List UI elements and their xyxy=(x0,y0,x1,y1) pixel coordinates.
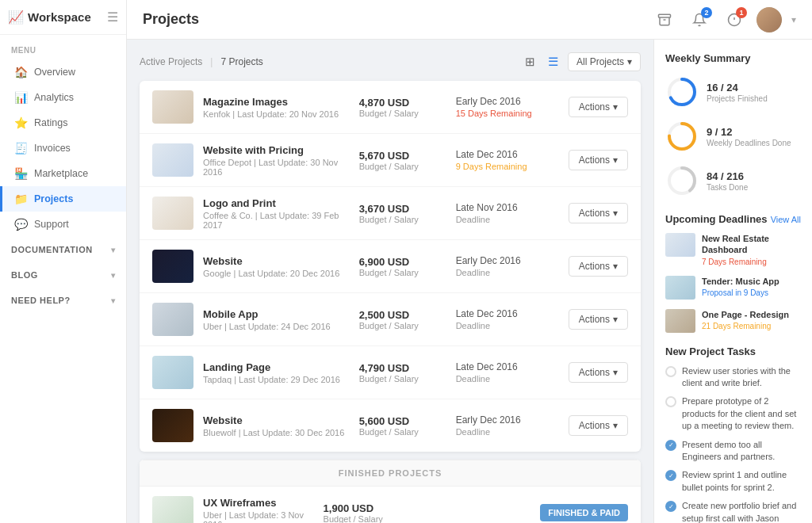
actions-label: Actions xyxy=(579,101,610,113)
support-icon: 💬 xyxy=(13,218,28,231)
sidebar-label-ratings: Ratings xyxy=(34,117,67,128)
deadline-thumbnail xyxy=(665,276,695,300)
task-item: ✓ Create new portfolio brief and setup f… xyxy=(665,500,801,523)
project-count: 7 Projects xyxy=(220,56,262,67)
user-avatar[interactable] xyxy=(756,7,782,32)
weekly-label: Tasks Done xyxy=(707,183,748,192)
project-deadline: Late Dec 2016 9 Days Remaining xyxy=(456,149,559,171)
project-row: Landing Page Tapdaq | Last Update: 29 De… xyxy=(140,346,641,399)
sidebar-item-analytics[interactable]: 📊 Analytics xyxy=(0,85,126,110)
project-name: Website with Pricing xyxy=(203,144,350,156)
sidebar-logo: 📈 Workspace xyxy=(8,10,91,25)
project-thumbnail xyxy=(152,250,193,283)
task-checkbox[interactable]: ✓ xyxy=(665,470,676,481)
grid-view-icon[interactable]: ⊞ xyxy=(522,53,538,71)
actions-button[interactable]: Actions ▾ xyxy=(569,97,628,117)
task-checkbox[interactable] xyxy=(665,366,676,377)
task-item: Review user stories with the client and … xyxy=(665,365,801,390)
actions-button[interactable]: Actions ▾ xyxy=(569,309,628,330)
project-thumbnail xyxy=(152,90,193,124)
sidebar-item-projects[interactable]: 📁 Projects xyxy=(0,186,126,212)
actions-button[interactable]: Actions ▾ xyxy=(569,362,628,383)
project-thumbnail xyxy=(152,496,193,523)
project-budget-amount: 4,870 USD xyxy=(359,97,446,109)
project-budget-type: Budget / Salary xyxy=(359,162,446,171)
project-deadline-date: Late Dec 2016 xyxy=(456,308,559,319)
deadline-thumbnail xyxy=(665,309,695,333)
collapsible-help[interactable]: NEED HELP? ▾ xyxy=(0,288,126,313)
project-row: Logo and Print Coffee & Co. | Last Updat… xyxy=(140,187,641,240)
actions-button[interactable]: Actions ▾ xyxy=(569,203,628,223)
project-thumbnail xyxy=(152,197,193,230)
sidebar-item-invoices[interactable]: 🧾 Invoices xyxy=(0,136,126,161)
chevron-down-icon: ▾ xyxy=(111,271,116,280)
donut-svg xyxy=(665,120,699,153)
sidebar-item-overview[interactable]: 🏠 Overview xyxy=(0,59,126,85)
donut-svg xyxy=(665,164,699,197)
project-meta: Google | Last Update: 20 Dec 2016 xyxy=(203,269,350,278)
actions-label: Actions xyxy=(579,420,610,431)
finished-badge: FINISHED & PAID xyxy=(540,504,628,521)
archive-button[interactable] xyxy=(652,7,677,32)
tasks-list: Review user stories with the client and … xyxy=(665,365,801,523)
project-info: UX Wireframes Uber | Last Update: 3 Nov … xyxy=(203,497,314,524)
notification-badge: 2 xyxy=(701,7,712,18)
view-all-button[interactable]: View All xyxy=(771,215,801,224)
project-deadline-remaining: Deadline xyxy=(456,427,559,437)
project-budget: 6,900 USD Budget / Salary xyxy=(359,256,446,277)
deadline-name: Tender: Music App xyxy=(702,276,779,287)
projects-list: Magazine Images Kenfok | Last Update: 20… xyxy=(140,81,641,452)
actions-button[interactable]: Actions ▾ xyxy=(569,256,628,277)
weekly-item-text: 16 / 24 Projects Finished xyxy=(707,82,768,103)
task-checkbox[interactable]: ✓ xyxy=(665,440,676,451)
task-item: Prepare prototype of 2 products for the … xyxy=(665,395,801,432)
project-meta: Uber | Last Update: 3 Nov 2016 xyxy=(203,510,314,524)
project-budget-type: Budget / Salary xyxy=(359,268,446,277)
project-budget-amount: 5,600 USD xyxy=(359,415,446,427)
project-budget-amount: 4,790 USD xyxy=(359,362,446,374)
all-projects-label: All Projects xyxy=(576,56,624,67)
project-deadline-remaining: Deadline xyxy=(456,268,559,277)
collapsible-docs[interactable]: DOCUMENTATION ▾ xyxy=(0,237,126,262)
task-item: ✓ Review sprint 1 and outline bullet poi… xyxy=(665,469,801,494)
invoice-icon: 🧾 xyxy=(13,142,28,155)
actions-label: Actions xyxy=(579,314,610,325)
deadline-info: One Page - Redesign 21 Days Remaining xyxy=(702,309,789,330)
project-row: Magazine Images Kenfok | Last Update: 20… xyxy=(140,81,641,134)
project-budget-type: Budget / Salary xyxy=(359,374,446,384)
alert-button[interactable]: 1 xyxy=(722,7,747,32)
all-projects-dropdown[interactable]: All Projects ▾ xyxy=(568,52,641,71)
projects-icon: 📁 xyxy=(13,193,28,205)
project-budget-amount: 3,670 USD xyxy=(359,203,446,215)
task-checkbox[interactable]: ✓ xyxy=(665,501,676,512)
sidebar-label-invoices: Invoices xyxy=(34,143,71,154)
project-info: Logo and Print Coffee & Co. | Last Updat… xyxy=(203,197,350,230)
notification-button[interactable]: 2 xyxy=(687,7,712,32)
sidebar: 📈 Workspace ☰ MENU 🏠 Overview 📊 Analytic… xyxy=(0,0,127,523)
actions-label: Actions xyxy=(579,208,610,219)
project-deadline: Early Dec 2016 Deadline xyxy=(456,255,559,277)
deadline-name: One Page - Redesign xyxy=(702,309,789,320)
actions-button[interactable]: Actions ▾ xyxy=(569,415,628,436)
docs-label: DOCUMENTATION xyxy=(11,245,93,254)
content-area: Active Projects | 7 Projects ⊞ ☰ All Pro… xyxy=(127,40,812,523)
collapsible-blog[interactable]: BLOG ▾ xyxy=(0,262,126,288)
hamburger-button[interactable]: ☰ xyxy=(107,10,118,25)
sidebar-item-support[interactable]: 💬 Support xyxy=(0,212,126,237)
donut-svg xyxy=(665,75,699,109)
sidebar-item-ratings[interactable]: ⭐ Ratings xyxy=(0,110,126,136)
project-budget: 4,870 USD Budget / Salary xyxy=(359,97,446,118)
project-budget-type: Budget / Salary xyxy=(359,109,446,118)
sidebar-label-analytics: Analytics xyxy=(34,92,74,103)
sidebar-item-marketplace[interactable]: 🏪 Marketplace xyxy=(0,161,126,186)
main-area: Projects 2 1 ▾ Active P xyxy=(127,0,812,523)
weekly-summary-item: 9 / 12 Weekly Deadlines Done xyxy=(665,120,801,153)
list-view-icon[interactable]: ☰ xyxy=(545,53,561,71)
actions-button[interactable]: Actions ▾ xyxy=(569,150,628,170)
avatar-image xyxy=(756,7,782,32)
project-deadline-date: Late Dec 2016 xyxy=(456,149,559,160)
filter-left: Active Projects | 7 Projects xyxy=(140,56,263,67)
task-checkbox[interactable] xyxy=(665,396,676,407)
deadline-time: 7 Days Remaining xyxy=(702,258,801,266)
project-deadline-date: Late Dec 2016 xyxy=(456,361,559,372)
